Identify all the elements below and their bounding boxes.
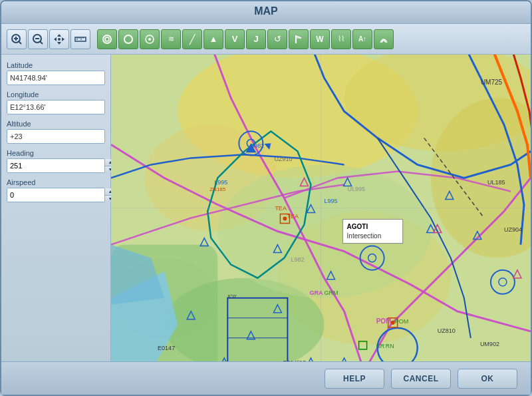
svg-text:ZN185: ZN185 (209, 186, 226, 192)
svg-text:TEA: TEA (287, 213, 299, 220)
longitude-label: Longitude (7, 91, 105, 99)
airspeed-spin: ▲ ▼ (7, 188, 105, 202)
svg-text:AGOTI: AGOTI (347, 223, 368, 230)
altitude-label: Altitude (7, 120, 105, 128)
footer: HELP CANCEL OK (1, 361, 531, 395)
svg-line-6 (40, 41, 43, 44)
map-container[interactable]: UM725 L982 UZ910 L995 ZN185 TEA TEA L995… (111, 55, 531, 361)
tool-wave-button[interactable]: ≋ (161, 29, 181, 49)
svg-text:L982: L982 (291, 256, 304, 263)
nav-tools-group (7, 29, 90, 49)
tool-ndb-button[interactable] (97, 29, 117, 49)
svg-point-11 (58, 38, 61, 41)
svg-point-17 (103, 35, 111, 43)
svg-text:UM902: UM902 (480, 341, 499, 347)
svg-text:Intersection: Intersection (347, 232, 382, 240)
tool-w-button[interactable]: W (310, 29, 330, 49)
airspeed-label: Airspeed (7, 178, 105, 186)
svg-text:UZ904: UZ904 (504, 226, 522, 233)
zoom-out-button[interactable] (28, 29, 48, 49)
svg-text:POM: POM (376, 317, 392, 325)
ok-button[interactable]: OK (458, 369, 517, 389)
svg-text:UZ810: UZ810 (438, 327, 456, 334)
map-svg[interactable]: UM725 L982 UZ910 L995 ZN185 TEA TEA L995… (111, 55, 531, 361)
heading-input[interactable] (7, 159, 104, 172)
svg-text:E0147: E0147 (158, 345, 175, 351)
svg-text:L995: L995 (214, 179, 227, 186)
tool-triangle-button[interactable]: ▲ (203, 29, 223, 49)
latitude-label: Latitude (7, 61, 105, 69)
svg-point-21 (148, 38, 151, 41)
svg-marker-8 (57, 42, 61, 45)
sidebar: Latitude Longitude Altitude Heading ▲ ▼ (1, 55, 111, 361)
svg-marker-7 (57, 34, 61, 37)
svg-text:RN: RN (386, 343, 394, 349)
svg-text:TEA: TEA (275, 205, 287, 212)
latitude-input[interactable] (7, 71, 105, 85)
tool-flag-button[interactable] (289, 29, 309, 49)
help-button[interactable]: HELP (325, 369, 384, 389)
tool-curve-button[interactable]: ↺ (267, 29, 287, 49)
tool-vor-button[interactable] (118, 29, 138, 49)
tool-airway-button[interactable]: ╱ (182, 29, 202, 49)
svg-line-3 (19, 41, 21, 44)
heading-spin: ▲ ▼ (7, 158, 105, 173)
cancel-button[interactable]: CANCEL (391, 369, 451, 389)
toolbar: ≋ ╱ ▲ V J ↺ W ⌇⌇ A↑ (1, 24, 531, 55)
heading-label: Heading (7, 149, 105, 157)
svg-rect-12 (75, 37, 86, 41)
svg-text:GRM: GRM (325, 290, 338, 296)
svg-text:KR: KR (376, 343, 385, 349)
tool-signal-button[interactable] (374, 29, 394, 49)
svg-text:L995: L995 (325, 198, 338, 204)
tool-j-button[interactable]: J (246, 29, 266, 49)
measure-button[interactable] (70, 29, 90, 49)
svg-text:UM725: UM725 (481, 79, 503, 86)
heading-field-group: Heading ▲ ▼ (7, 149, 105, 173)
svg-point-19 (124, 35, 132, 43)
window-title: MAP (254, 5, 278, 17)
altitude-input[interactable] (7, 129, 105, 144)
tool-v-button[interactable]: V (225, 29, 245, 49)
airspeed-field-group: Airspeed ▲ ▼ (7, 178, 105, 202)
svg-text:UM225 SO: UM225 SO (404, 361, 434, 361)
svg-text:GRA: GRA (309, 290, 323, 296)
svg-marker-10 (62, 37, 65, 41)
svg-text:POM: POM (395, 318, 409, 325)
map-tools-group: ≋ ╱ ▲ V J ↺ W ⌇⌇ A↑ (97, 29, 394, 49)
latitude-field-group: Latitude (7, 61, 105, 85)
title-bar: MAP (1, 1, 531, 24)
pan-button[interactable] (49, 29, 69, 49)
zoom-in-button[interactable] (7, 29, 27, 49)
longitude-field-group: Longitude (7, 91, 105, 114)
svg-marker-9 (54, 37, 57, 41)
svg-text:E014°13: E014°13 (283, 359, 306, 361)
main-window: MAP ≋ (0, 0, 532, 396)
svg-text:II°0': II°0' (227, 294, 237, 299)
tool-dme-button[interactable] (140, 29, 160, 49)
svg-text:UL185: UL185 (487, 179, 505, 186)
svg-point-18 (105, 37, 109, 41)
tool-alt-button[interactable]: A↑ (352, 29, 372, 49)
longitude-input[interactable] (7, 100, 105, 114)
main-area: Latitude Longitude Altitude Heading ▲ ▼ (1, 55, 531, 361)
svg-text:UZ910: UZ910 (274, 156, 292, 162)
altitude-field-group: Altitude (7, 120, 105, 144)
svg-text:UL995: UL995 (348, 186, 366, 192)
tool-ww-button[interactable]: ⌇⌇ (331, 29, 351, 49)
airspeed-input[interactable] (7, 188, 104, 202)
